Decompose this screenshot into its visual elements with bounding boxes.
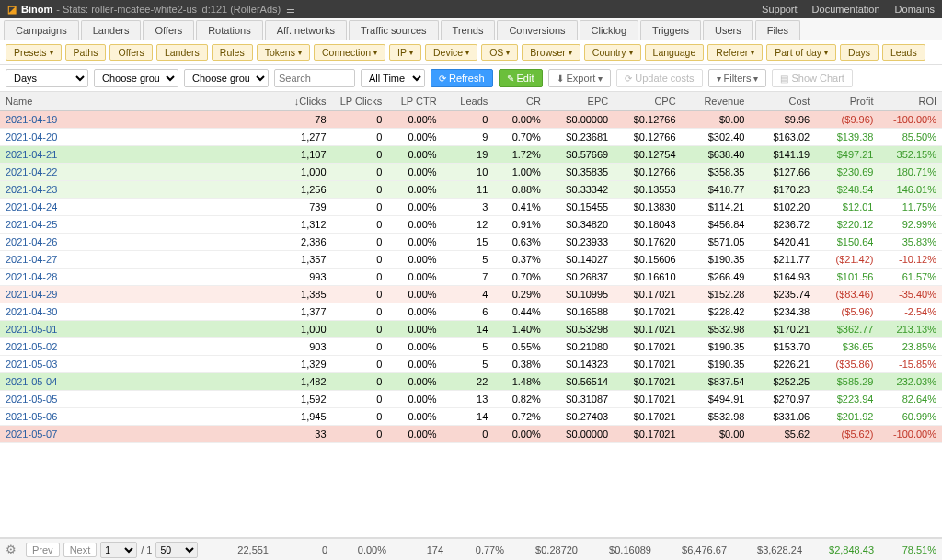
tab-aff-networks[interactable]: Aff. networks <box>265 20 347 40</box>
table-row[interactable]: 2021-05-011,00000.00%141.40%$0.53298$0.1… <box>0 321 942 338</box>
page-select[interactable]: 1 <box>100 542 137 558</box>
cell-epc: $0.00000 <box>546 426 614 443</box>
col-cpc[interactable]: CPC <box>614 92 681 111</box>
grouping-select-1[interactable]: Choose grouping <box>94 69 178 87</box>
tab-clicklog[interactable]: Clicklog <box>580 20 639 40</box>
table-row[interactable]: 2021-04-291,38500.00%40.29%$0.10995$0.17… <box>0 286 942 303</box>
pill-presets[interactable]: Presets▾ <box>6 44 62 61</box>
col-epc[interactable]: EPC <box>546 92 614 111</box>
table-row[interactable]: 2021-04-197800.00%00.00%$0.00000$0.12766… <box>0 111 942 129</box>
table-row[interactable]: 2021-05-051,59200.00%130.82%$0.31087$0.1… <box>0 391 942 408</box>
cell-leads: 5 <box>442 338 494 356</box>
update-costs-button[interactable]: ⟳ Update costs <box>616 69 702 87</box>
cell-profit: $585.29 <box>815 373 879 391</box>
filters-button[interactable]: ▾ Filters ▾ <box>708 69 767 87</box>
cell-lp-clicks: 0 <box>332 234 388 251</box>
pill-leads[interactable]: Leads <box>882 44 925 61</box>
group-days-select[interactable]: Days <box>6 69 88 87</box>
pill-paths[interactable]: Paths <box>65 44 107 61</box>
table-row[interactable]: 2021-04-211,10700.00%191.72%$0.57669$0.1… <box>0 146 942 164</box>
col-profit[interactable]: Profit <box>815 92 879 111</box>
pill-days[interactable]: Days <box>840 44 879 61</box>
col-revenue[interactable]: Revenue <box>682 92 751 111</box>
col-roi[interactable]: ROI <box>879 92 942 111</box>
cell-name: 2021-04-26 <box>0 234 277 251</box>
cell-cr: 0.70% <box>493 269 546 286</box>
col-clicks[interactable]: ↓Clicks <box>277 92 332 111</box>
settings-gear-icon[interactable]: ⚙ <box>6 543 17 556</box>
cell-leads: 0 <box>442 426 494 443</box>
prev-button[interactable]: Prev <box>26 543 60 557</box>
pill-part-of-day[interactable]: Part of day▾ <box>766 44 836 61</box>
table-row[interactable]: 2021-05-031,32900.00%50.38%$0.14323$0.17… <box>0 356 942 373</box>
table-row[interactable]: 2021-05-073300.00%00.00%$0.00000$0.17021… <box>0 426 942 443</box>
pill-landers[interactable]: Landers <box>156 44 208 61</box>
cell-name: 2021-04-21 <box>0 146 277 164</box>
refresh-button[interactable]: ⟳ Refresh <box>431 69 493 87</box>
grouping-select-2[interactable]: Choose grouping <box>184 69 269 87</box>
cell-lp-ctr: 0.00% <box>387 164 442 181</box>
cell-clicks: 1,945 <box>277 408 332 426</box>
tab-files[interactable]: Files <box>755 20 800 40</box>
pill-browser[interactable]: Browser▾ <box>522 44 580 61</box>
pill-language[interactable]: Language <box>645 44 705 61</box>
cell-lp-clicks: 0 <box>332 391 388 408</box>
cell-clicks: 2,386 <box>277 234 332 251</box>
export-button[interactable]: ⬇ Export ▾ <box>548 69 612 87</box>
pill-country[interactable]: Country▾ <box>584 44 641 61</box>
tab-landers[interactable]: Landers <box>81 20 142 40</box>
table-row[interactable]: 2021-04-262,38600.00%150.63%$0.23933$0.1… <box>0 234 942 251</box>
link-domains[interactable]: Domains <box>895 4 935 15</box>
table-row[interactable]: 2021-04-231,25600.00%110.88%$0.33342$0.1… <box>0 181 942 199</box>
tab-trends[interactable]: Trends <box>441 20 496 40</box>
tab-offers[interactable]: Offers <box>143 20 194 40</box>
tab-conversions[interactable]: Conversions <box>497 20 577 40</box>
pill-connection[interactable]: Connection▾ <box>314 44 385 61</box>
table-row[interactable]: 2021-04-201,27700.00%90.70%$0.23681$0.12… <box>0 129 942 146</box>
stats-table: Name ↓Clicks LP Clicks LP CTR Leads CR E… <box>0 92 942 443</box>
edit-button[interactable]: ✎ Edit <box>499 69 543 87</box>
table-row[interactable]: 2021-05-041,48200.00%221.48%$0.56514$0.1… <box>0 373 942 391</box>
cell-lp-ctr: 0.00% <box>387 286 442 303</box>
breadcrumb-menu-icon[interactable]: ☰ <box>286 4 295 16</box>
total-revenue: $6,476.67 <box>651 544 727 555</box>
table-row[interactable]: 2021-04-2899300.00%70.70%$0.26837$0.1661… <box>0 269 942 286</box>
table-row[interactable]: 2021-05-0290300.00%50.55%$0.21080$0.1702… <box>0 338 942 356</box>
pill-tokens[interactable]: Tokens▾ <box>257 44 310 61</box>
table-row[interactable]: 2021-04-251,31200.00%120.91%$0.34820$0.1… <box>0 216 942 234</box>
pill-referer[interactable]: Referer▾ <box>707 44 763 61</box>
show-chart-button[interactable]: ▤ Show Chart <box>772 69 852 87</box>
table-row[interactable]: 2021-04-2473900.00%30.41%$0.15455$0.1383… <box>0 199 942 216</box>
table-row[interactable]: 2021-04-301,37700.00%60.44%$0.16588$0.17… <box>0 303 942 321</box>
page-count: / 1 <box>141 544 152 555</box>
table-row[interactable]: 2021-05-061,94500.00%140.72%$0.27403$0.1… <box>0 408 942 426</box>
pill-rules[interactable]: Rules <box>212 44 253 61</box>
cell-cost: $420.41 <box>750 234 815 251</box>
col-cr[interactable]: CR <box>493 92 546 111</box>
table-row[interactable]: 2021-04-221,00000.00%101.00%$0.35835$0.1… <box>0 164 942 181</box>
col-leads[interactable]: Leads <box>442 92 494 111</box>
pill-ip[interactable]: IP▾ <box>389 44 421 61</box>
tab-users[interactable]: Users <box>703 20 753 40</box>
search-input[interactable] <box>274 69 355 87</box>
time-range-select[interactable]: All Time <box>361 69 425 87</box>
link-support[interactable]: Support <box>762 4 798 15</box>
next-button[interactable]: Next <box>63 543 98 557</box>
col-cost[interactable]: Cost <box>750 92 815 111</box>
col-name[interactable]: Name <box>0 92 277 111</box>
page-size-select[interactable]: 50 <box>155 542 198 558</box>
cell-lp-ctr: 0.00% <box>387 408 442 426</box>
link-documentation[interactable]: Documentation <box>812 4 880 15</box>
pill-offers[interactable]: Offers <box>109 44 152 61</box>
cell-lp-ctr: 0.00% <box>387 391 442 408</box>
table-row[interactable]: 2021-04-271,35700.00%50.37%$0.14027$0.15… <box>0 251 942 269</box>
pill-label: IP <box>397 47 407 58</box>
tab-triggers[interactable]: Triggers <box>640 20 701 40</box>
col-lp-clicks[interactable]: LP Clicks <box>332 92 388 111</box>
col-lp-ctr[interactable]: LP CTR <box>387 92 442 111</box>
pill-os[interactable]: OS▾ <box>481 44 518 61</box>
pill-device[interactable]: Device▾ <box>425 44 477 61</box>
tab-traffic-sources[interactable]: Traffic sources <box>349 20 439 40</box>
tab-campaigns[interactable]: Campaigns <box>4 20 79 40</box>
tab-rotations[interactable]: Rotations <box>196 20 262 40</box>
